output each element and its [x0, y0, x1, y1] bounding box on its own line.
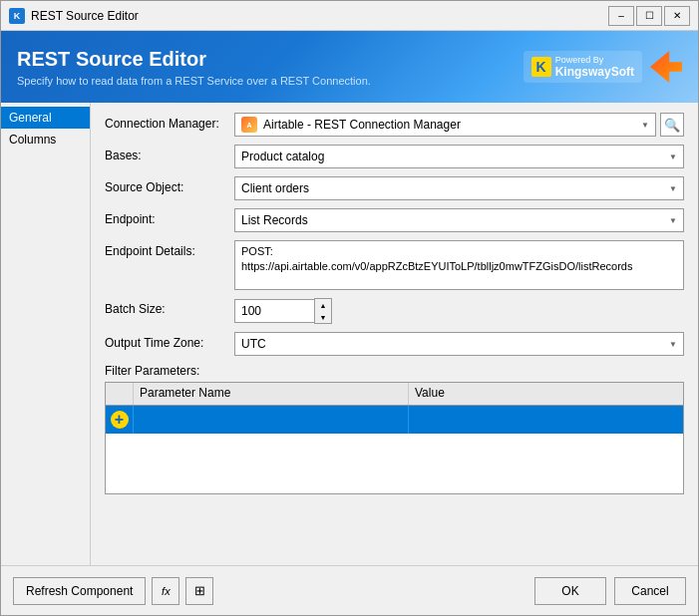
title-bar-text: REST Source Editor — [31, 9, 608, 23]
header-subtitle: Specify how to read data from a REST Ser… — [17, 75, 371, 87]
connection-manager-row: Connection Manager: A Airtable - REST Co… — [105, 113, 684, 137]
filter-header-icon-col — [106, 383, 134, 405]
ok-button[interactable]: OK — [534, 577, 606, 605]
refresh-component-button[interactable]: Refresh Component — [13, 577, 146, 605]
logo-box: K Powered By KingswaySoft — [524, 51, 642, 84]
close-button[interactable]: ✕ — [664, 6, 690, 26]
endpoint-control: List Records ▼ — [234, 208, 684, 232]
header-text: REST Source Editor Specify how to read d… — [17, 48, 371, 87]
filter-empty-area — [106, 434, 683, 493]
batch-size-row: Batch Size: ▲ ▼ — [105, 298, 684, 324]
header-title: REST Source Editor — [17, 48, 371, 71]
source-object-dropdown[interactable]: Client orders ▼ — [234, 176, 684, 200]
endpoint-value: List Records — [241, 213, 665, 227]
output-tz-row: Output Time Zone: UTC ▼ — [105, 332, 684, 356]
source-object-arrow: ▼ — [669, 184, 677, 193]
variables-button[interactable]: ⊞ — [185, 577, 213, 605]
header-logo: K Powered By KingswaySoft — [524, 51, 682, 84]
endpoint-details-label: Endpoint Details: — [105, 240, 234, 258]
endpoint-details-value: POST:https://api.airtable.com/v0/appRZcB… — [234, 240, 684, 290]
filter-parameters-table: Parameter Name Value + — [105, 382, 684, 494]
connection-manager-dropdown[interactable]: A Airtable - REST Connection Manager ▼ — [234, 113, 656, 137]
filter-row-icon: + — [106, 406, 134, 434]
footer-right: OK Cancel — [534, 577, 686, 605]
spinner-down-button[interactable]: ▼ — [315, 311, 331, 323]
sidebar-item-columns[interactable]: Columns — [1, 129, 90, 151]
spinner-up-button[interactable]: ▲ — [315, 299, 331, 311]
filter-parameters-section: Filter Parameters: Parameter Name Value … — [105, 364, 684, 494]
filter-header-name-col: Parameter Name — [134, 383, 409, 405]
airtable-icon: A — [241, 117, 257, 133]
title-bar: K REST Source Editor – ☐ ✕ — [1, 1, 698, 31]
title-bar-controls: – ☐ ✕ — [608, 6, 690, 26]
logo-arrow-icon — [650, 51, 682, 83]
app-icon: K — [9, 8, 25, 24]
batch-size-label: Batch Size: — [105, 298, 234, 316]
filter-table-header: Parameter Name Value — [106, 383, 683, 406]
output-tz-value: UTC — [241, 337, 665, 351]
connection-manager-value: Airtable - REST Connection Manager — [263, 118, 461, 132]
source-object-value: Client orders — [241, 181, 665, 195]
logo-text: Powered By KingswaySoft — [555, 55, 634, 80]
bases-value: Product catalog — [241, 150, 665, 163]
expression-icon: fx — [162, 585, 171, 597]
logo-powered: Powered By — [555, 55, 634, 66]
connection-manager-control: A Airtable - REST Connection Manager ▼ 🔍 — [234, 113, 684, 137]
form-area: Connection Manager: A Airtable - REST Co… — [91, 103, 698, 565]
connection-manager-label: Connection Manager: — [105, 113, 234, 131]
batch-size-input[interactable] — [234, 299, 314, 323]
source-object-row: Source Object: Client orders ▼ — [105, 176, 684, 200]
batch-size-wrap: ▲ ▼ — [234, 298, 332, 324]
footer-left: Refresh Component fx ⊞ — [13, 577, 213, 605]
output-tz-control: UTC ▼ — [234, 332, 684, 356]
endpoint-dropdown[interactable]: List Records ▼ — [234, 208, 684, 232]
endpoint-row: Endpoint: List Records ▼ — [105, 208, 684, 232]
sidebar-item-general[interactable]: General — [1, 107, 90, 129]
endpoint-label: Endpoint: — [105, 208, 234, 226]
cancel-button[interactable]: Cancel — [614, 577, 686, 605]
output-tz-label: Output Time Zone: — [105, 332, 234, 350]
output-tz-arrow: ▼ — [669, 340, 677, 349]
expression-builder-button[interactable]: fx — [152, 577, 179, 605]
maximize-button[interactable]: ☐ — [636, 6, 662, 26]
connection-manager-search-button[interactable]: 🔍 — [660, 113, 684, 137]
bases-control: Product catalog ▼ — [234, 145, 684, 168]
source-object-control: Client orders ▼ — [234, 176, 684, 200]
logo-name: KingswaySoft — [555, 65, 634, 79]
filter-row-name-cell[interactable] — [134, 406, 409, 434]
footer: Refresh Component fx ⊞ OK Cancel — [1, 565, 698, 615]
sidebar: General Columns — [1, 103, 91, 565]
filter-parameters-label: Filter Parameters: — [105, 364, 684, 378]
variables-icon: ⊞ — [194, 583, 205, 598]
header-banner: REST Source Editor Specify how to read d… — [1, 31, 698, 103]
output-tz-dropdown[interactable]: UTC ▼ — [234, 332, 684, 356]
filter-header-value-col: Value — [409, 383, 683, 405]
endpoint-details-row: Endpoint Details: POST:https://api.airta… — [105, 240, 684, 290]
source-object-label: Source Object: — [105, 176, 234, 194]
connection-manager-arrow: ▼ — [641, 121, 649, 130]
endpoint-details-control: POST:https://api.airtable.com/v0/appRZcB… — [234, 240, 684, 290]
filter-table-row[interactable]: + — [106, 406, 683, 434]
add-row-icon[interactable]: + — [111, 411, 129, 429]
main-content: General Columns Connection Manager: A Ai… — [1, 103, 698, 565]
filter-row-value-cell[interactable] — [409, 406, 683, 434]
endpoint-arrow: ▼ — [669, 216, 677, 225]
main-window: K REST Source Editor – ☐ ✕ REST Source E… — [0, 0, 699, 616]
logo-k-icon: K — [531, 57, 551, 77]
minimize-button[interactable]: – — [608, 6, 634, 26]
bases-label: Bases: — [105, 145, 234, 162]
spinner-wrap: ▲ ▼ — [314, 298, 332, 324]
bases-dropdown[interactable]: Product catalog ▼ — [234, 145, 684, 168]
batch-size-control: ▲ ▼ — [234, 298, 684, 324]
bases-arrow: ▼ — [669, 153, 677, 161]
bases-row: Bases: Product catalog ▼ — [105, 145, 684, 168]
